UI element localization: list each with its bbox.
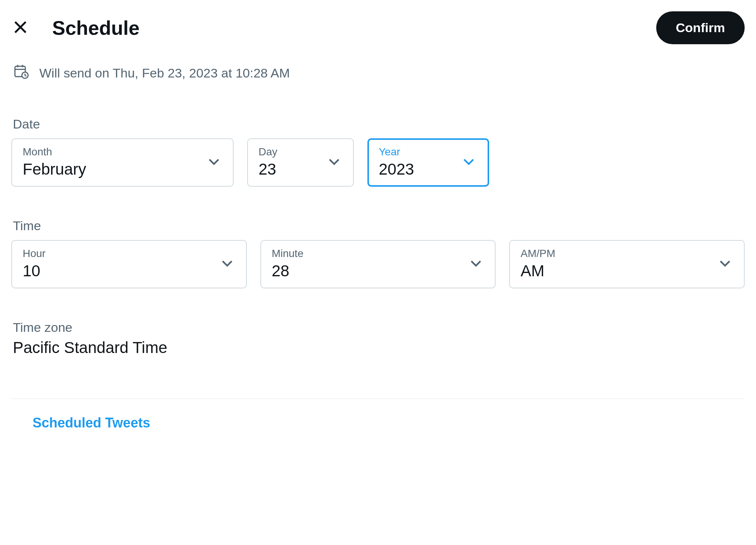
- chevron-down-icon: [325, 153, 343, 172]
- month-select[interactable]: Month February: [11, 138, 234, 187]
- minute-value: 28: [272, 262, 485, 280]
- chevron-down-icon: [205, 153, 223, 172]
- calendar-clock-icon: [13, 63, 29, 83]
- date-row: Month February Day 23 Year 2023: [11, 138, 745, 187]
- minute-label: Minute: [272, 248, 485, 260]
- svg-line-8: [25, 76, 26, 76]
- ampm-label: AM/PM: [521, 248, 733, 260]
- hour-value: 10: [23, 262, 235, 280]
- chevron-down-icon: [467, 254, 485, 274]
- hour-select[interactable]: Hour 10: [11, 240, 247, 288]
- close-icon[interactable]: [11, 18, 29, 38]
- chevron-down-icon: [218, 254, 236, 274]
- time-row: Hour 10 Minute 28 AM/PM AM: [11, 240, 745, 288]
- chevron-down-icon: [460, 153, 478, 172]
- hour-label: Hour: [23, 248, 235, 260]
- ampm-select[interactable]: AM/PM AM: [509, 240, 745, 288]
- chevron-down-icon: [716, 254, 734, 274]
- schedule-summary: Will send on Thu, Feb 23, 2023 at 10:28 …: [11, 63, 745, 83]
- schedule-modal: Schedule Confirm Will send on Thu, Feb 2…: [0, 0, 756, 447]
- minute-select[interactable]: Minute 28: [260, 240, 496, 288]
- month-value: February: [23, 160, 222, 178]
- year-select[interactable]: Year 2023: [367, 138, 489, 187]
- timezone-block: Time zone Pacific Standard Time: [11, 320, 745, 357]
- time-section-label: Time: [11, 218, 745, 233]
- month-label: Month: [23, 146, 222, 158]
- ampm-value: AM: [521, 262, 733, 280]
- timezone-label: Time zone: [13, 320, 745, 335]
- scheduled-tweets-link[interactable]: Scheduled Tweets: [11, 399, 745, 447]
- modal-title: Schedule: [52, 17, 139, 39]
- header-left: Schedule: [11, 17, 139, 39]
- modal-header: Schedule Confirm: [11, 8, 745, 63]
- confirm-button[interactable]: Confirm: [656, 11, 745, 44]
- schedule-summary-text: Will send on Thu, Feb 23, 2023 at 10:28 …: [39, 66, 290, 81]
- timezone-value: Pacific Standard Time: [13, 339, 745, 357]
- day-select[interactable]: Day 23: [247, 138, 354, 187]
- date-section-label: Date: [11, 117, 745, 132]
